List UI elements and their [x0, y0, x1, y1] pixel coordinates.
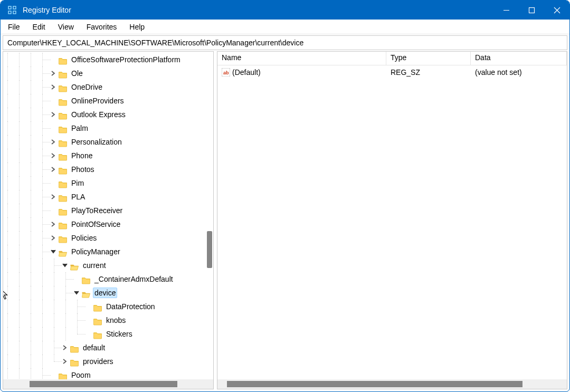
expand-icon[interactable] [50, 149, 57, 162]
expand-icon[interactable] [50, 162, 57, 176]
svg-rect-4 [529, 7, 534, 13]
folder-icon [58, 151, 68, 160]
expander-placeholder [50, 204, 57, 217]
main-split: OfficeSoftwareProtectionPlatformOleOneDr… [3, 51, 567, 389]
svg-rect-1 [13, 6, 16, 9]
tree-node-label: Palm [70, 123, 90, 133]
tree-viewport[interactable]: OfficeSoftwareProtectionPlatformOleOneDr… [3, 52, 213, 379]
tree-node-outlook-express[interactable]: Outlook Express [3, 108, 213, 121]
tree-node-onlineproviders[interactable]: OnlineProviders [3, 94, 213, 108]
folder-icon [93, 330, 102, 338]
tree-node-label: PLA [70, 192, 87, 202]
tree-node-label: OneDrive [70, 82, 104, 92]
tree-node-dataprotection[interactable]: DataProtection [3, 300, 213, 313]
menu-file[interactable]: File [3, 22, 25, 32]
tree-node-policies[interactable]: Policies [3, 231, 213, 245]
menu-edit[interactable]: Edit [27, 22, 51, 32]
tree-node-knobs[interactable]: knobs [3, 313, 213, 327]
expander-placeholder [50, 368, 57, 379]
tree-node--containeradmxdefault[interactable]: _ContainerAdmxDefault [3, 272, 213, 286]
titlebar[interactable]: Registry Editor [1, 1, 569, 20]
expand-icon[interactable] [50, 190, 57, 204]
menu-help[interactable]: Help [124, 22, 150, 32]
expand-icon[interactable] [50, 135, 57, 149]
tree-node-current[interactable]: current [3, 259, 213, 272]
value-name: (Default) [232, 68, 261, 77]
values-list[interactable]: (Default)REG_SZ(value not set) [217, 65, 567, 379]
tree-node-palm[interactable]: Palm [3, 121, 213, 135]
tree-node-policymanager[interactable]: PolicyManager [3, 245, 213, 259]
column-header-type[interactable]: Type [386, 52, 471, 65]
column-header-data[interactable]: Data [471, 52, 567, 65]
expand-icon[interactable] [50, 217, 57, 231]
tree-vertical-scrollbar-thumb[interactable] [207, 231, 212, 268]
expand-icon[interactable] [50, 108, 57, 121]
folder-icon [58, 110, 68, 119]
tree-node-personalization[interactable]: Personalization [3, 135, 213, 149]
tree-node-label: OfficeSoftwareProtectionPlatform [70, 54, 182, 65]
tree-node-stickers[interactable]: Stickers [3, 327, 213, 341]
collapse-icon[interactable] [50, 245, 57, 259]
address-input[interactable] [6, 38, 564, 47]
folder-icon [70, 357, 79, 366]
folder-icon [81, 289, 91, 297]
tree-node-label: default [81, 342, 107, 353]
tree-node-poom[interactable]: Poom [3, 368, 213, 379]
value-row[interactable]: (Default)REG_SZ(value not set) [217, 65, 567, 79]
tree-node-pla[interactable]: PLA [3, 190, 213, 204]
tree-node-officesoftwareprotectionplatform[interactable]: OfficeSoftwareProtectionPlatform [3, 53, 213, 66]
expand-icon[interactable] [50, 66, 57, 80]
values-header[interactable]: Name Type Data [217, 52, 567, 65]
folder-icon [58, 220, 68, 228]
tree-node-pim[interactable]: Pim [3, 176, 213, 190]
tree-horizontal-scrollbar-thumb[interactable] [30, 381, 177, 387]
collapse-icon[interactable] [73, 286, 80, 300]
tree-node-onedrive[interactable]: OneDrive [3, 80, 213, 94]
tree-node-label: knobs [104, 315, 127, 326]
collapse-icon[interactable] [61, 259, 69, 272]
tree-node-label: PointOfService [70, 219, 122, 230]
expander-placeholder [50, 176, 57, 190]
folder-icon [58, 193, 68, 201]
tree-node-label: device [93, 288, 117, 298]
expand-icon[interactable] [50, 231, 57, 245]
expander-placeholder [50, 53, 57, 66]
tree-node-phone[interactable]: Phone [3, 149, 213, 162]
expander-placeholder [50, 121, 57, 135]
menu-favorites[interactable]: Favorites [81, 22, 122, 32]
folder-icon [58, 371, 68, 379]
expand-icon[interactable] [61, 355, 69, 368]
tree-node-photos[interactable]: Photos [3, 162, 213, 176]
tree-node-device[interactable]: device [3, 286, 213, 300]
tree-node-default[interactable]: default [3, 341, 213, 355]
column-header-name[interactable]: Name [217, 52, 386, 65]
address-bar[interactable] [3, 35, 567, 50]
tree-node-pointofservice[interactable]: PointOfService [3, 217, 213, 231]
tree-node-ole[interactable]: Ole [3, 66, 213, 80]
folder-icon [70, 261, 79, 270]
window-title: Registry Editor [23, 6, 71, 14]
expand-icon[interactable] [61, 341, 69, 355]
tree-node-providers[interactable]: providers [3, 355, 213, 368]
expander-placeholder [84, 300, 92, 313]
app-icon [7, 5, 17, 15]
tree-node-playtoreceiver[interactable]: PlayToReceiver [3, 204, 213, 217]
values-pane: Name Type Data (Default)REG_SZ(value not… [217, 51, 567, 389]
tree-node-label: Personalization [70, 137, 124, 147]
close-button[interactable] [544, 1, 569, 20]
expand-icon[interactable] [50, 80, 57, 94]
folder-icon [58, 83, 68, 91]
values-horizontal-scrollbar-thumb[interactable] [227, 381, 522, 387]
tree-node-label: OnlineProviders [70, 95, 126, 106]
tree-node-label: Photos [70, 164, 96, 175]
minimize-button[interactable] [493, 1, 519, 20]
tree-node-label: PolicyManager [70, 246, 122, 257]
menu-view[interactable]: View [53, 22, 79, 32]
tree-node-label: PlayToReceiver [70, 205, 124, 216]
reg-string-icon [222, 68, 230, 77]
tree-horizontal-scrollbar[interactable] [3, 379, 213, 389]
folder-icon [81, 275, 91, 283]
values-horizontal-scrollbar[interactable] [217, 379, 567, 389]
maximize-button[interactable] [519, 1, 544, 20]
folder-icon [58, 124, 68, 132]
